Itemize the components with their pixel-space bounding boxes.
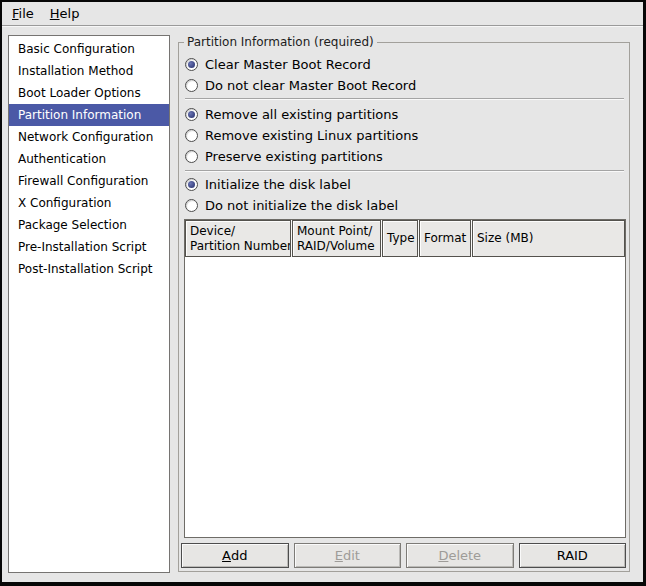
radio-remove-all-existing-partitions[interactable]: Remove all existing partitions <box>185 108 625 121</box>
delete-button[interactable]: Delete <box>406 543 514 568</box>
radio-clear-master-boot-record[interactable]: Clear Master Boot Record <box>185 58 625 71</box>
sidebar-item-basic-configuration[interactable]: Basic Configuration <box>9 38 169 60</box>
radio-label: Do not initialize the disk label <box>205 198 398 213</box>
partition-information-frame: Partition Information (required) Clear M… <box>178 42 630 572</box>
sidebar-item-boot-loader-options[interactable]: Boot Loader Options <box>9 82 169 104</box>
column-header-line: Type <box>387 231 413 246</box>
sidebar-item-installation-method[interactable]: Installation Method <box>9 60 169 82</box>
sidebar-item-post-installation-script[interactable]: Post-Installation Script <box>9 258 169 280</box>
radio-label: Remove all existing partitions <box>205 107 398 122</box>
column-header-line: Mount Point/ <box>297 224 376 239</box>
radio-label: Do not clear Master Boot Record <box>205 78 416 93</box>
sidebar-item-firewall-configuration[interactable]: Firewall Configuration <box>9 170 169 192</box>
column-header-line: Format <box>424 231 466 246</box>
radio-preserve-existing-partitions[interactable]: Preserve existing partitions <box>185 150 625 163</box>
radio-dot <box>188 61 195 68</box>
column-header-line: Device/ <box>190 224 286 239</box>
column-header-type[interactable]: Type <box>382 220 418 257</box>
edit-button[interactable]: Edit <box>294 543 402 568</box>
partition-table: Device/Partition NumberMount Point/RAID/… <box>184 219 626 538</box>
radio-dot <box>188 111 195 118</box>
menubar: FileHelp <box>2 2 643 26</box>
sidebar-item-partition-information[interactable]: Partition Information <box>9 104 169 126</box>
sidebar-item-x-configuration[interactable]: X Configuration <box>9 192 169 214</box>
radio-circle-unselected[interactable] <box>185 79 198 92</box>
column-header-mount-point-raid-volume[interactable]: Mount Point/RAID/Volume <box>292 220 381 257</box>
radio-circle-selected[interactable] <box>185 178 198 191</box>
column-header-line: Partition Number <box>190 239 286 254</box>
radio-initialize-the-disk-label[interactable]: Initialize the disk label <box>185 178 625 191</box>
sidebar-item-package-selection[interactable]: Package Selection <box>9 214 169 236</box>
radio-do-not-clear-master-boot-record[interactable]: Do not clear Master Boot Record <box>185 79 625 92</box>
partition-list-body <box>185 258 625 537</box>
menu-file[interactable]: File <box>4 4 42 23</box>
frame-content: Clear Master Boot RecordDo not clear Mas… <box>179 43 629 571</box>
partition-table-header: Device/Partition NumberMount Point/RAID/… <box>185 220 625 257</box>
kickstart-configurator-window: FileHelp Basic ConfigurationInstallation… <box>0 0 646 586</box>
column-header-line: Size (MB) <box>477 231 620 246</box>
menu-help[interactable]: Help <box>42 4 88 23</box>
add-button[interactable]: Add <box>181 543 289 568</box>
radio-circle-unselected[interactable] <box>185 199 198 212</box>
column-header-size-mb[interactable]: Size (MB) <box>472 220 625 257</box>
radio-circle-selected[interactable] <box>185 108 198 121</box>
radio-groups: Clear Master Boot RecordDo not clear Mas… <box>185 58 625 212</box>
radio-label: Initialize the disk label <box>205 177 351 192</box>
sidebar-item-network-configuration[interactable]: Network Configuration <box>9 126 169 148</box>
raid-button[interactable]: RAID <box>519 543 627 568</box>
column-header-line: RAID/Volume <box>297 239 376 254</box>
radio-circle-unselected[interactable] <box>185 129 198 142</box>
radio-label: Preserve existing partitions <box>205 149 383 164</box>
column-header-format[interactable]: Format <box>419 220 471 257</box>
group-separator <box>185 98 624 100</box>
category-list: Basic ConfigurationInstallation MethodBo… <box>8 35 170 573</box>
sidebar-item-pre-installation-script[interactable]: Pre-Installation Script <box>9 236 169 258</box>
radio-circle-selected[interactable] <box>185 58 198 71</box>
column-header-device-partition-number[interactable]: Device/Partition Number <box>185 220 291 257</box>
group-separator <box>185 170 624 172</box>
radio-label: Remove existing Linux partitions <box>205 128 418 143</box>
radio-circle-unselected[interactable] <box>185 150 198 163</box>
radio-do-not-initialize-the-disk-label[interactable]: Do not initialize the disk label <box>185 199 625 212</box>
radio-remove-existing-linux-partitions[interactable]: Remove existing Linux partitions <box>185 129 625 142</box>
sidebar-item-authentication[interactable]: Authentication <box>9 148 169 170</box>
action-buttons: AddEditDeleteRAID <box>181 543 626 568</box>
radio-dot <box>188 181 195 188</box>
radio-label: Clear Master Boot Record <box>205 57 371 72</box>
